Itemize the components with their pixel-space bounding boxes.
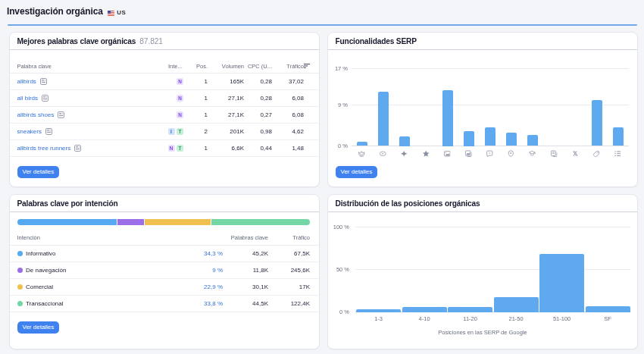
- col-header-keyword[interactable]: Palabra clave: [17, 63, 161, 70]
- keywords-details-button[interactable]: Ver detalles: [17, 166, 60, 178]
- col-header-volume[interactable]: Volumen: [208, 63, 244, 70]
- intent-segment[interactable]: [145, 219, 211, 225]
- position-cell: 1: [183, 145, 208, 152]
- serp-preview-icon[interactable]: [40, 78, 47, 85]
- position-range-bar[interactable]: [586, 306, 630, 312]
- x-twitter-svg: [571, 150, 579, 158]
- keyword-link[interactable]: allbirds: [17, 78, 36, 85]
- keyword-cell: all birds: [17, 95, 161, 102]
- x-twitter-icon[interactable]: [571, 150, 580, 158]
- copy-docs-icon[interactable]: [550, 150, 558, 158]
- keywords-table-head: Palabra clave Inte... Pos. Volumen CPC (…: [10, 59, 319, 74]
- serp-preview-svg: [40, 78, 47, 85]
- serp-feature-bar[interactable]: [399, 136, 410, 146]
- crown-icon[interactable]: [358, 150, 367, 158]
- intent-label: Comercial: [17, 284, 182, 290]
- col-header-intent-name[interactable]: Intención: [17, 234, 182, 241]
- intent-segment[interactable]: [117, 219, 144, 225]
- cpc-cell: 0,28: [244, 95, 272, 102]
- serp-feature-bar[interactable]: [485, 127, 496, 146]
- serp-feature-bar[interactable]: [378, 92, 389, 146]
- col-header-intent-keywords[interactable]: Palabras clave: [223, 234, 268, 241]
- intent-traffic-cell: 122,4K: [268, 300, 310, 307]
- tag-icon[interactable]: [592, 150, 601, 158]
- position-cell: 1: [183, 78, 208, 85]
- keyword-cell: allbirds shoes: [17, 111, 161, 118]
- serp-preview-icon[interactable]: [45, 128, 52, 135]
- intents-table-head: Intención Palabras clave Tráfico: [10, 231, 319, 246]
- comment-icon[interactable]: [486, 150, 495, 158]
- y-axis-label: 0 %: [328, 309, 349, 315]
- serp-features-chart: 17 %9 %0 %: [328, 33, 637, 186]
- header-accent-line: [8, 24, 637, 26]
- intent-badge-N: N: [177, 78, 183, 85]
- keyword-row: all birdsN127,1K0,286,08: [10, 90, 319, 107]
- panel-top-keywords: Mejores palabras clave orgánicas 87.821 …: [9, 32, 320, 187]
- keyword-link[interactable]: allbirds shoes: [17, 111, 55, 118]
- link-icon[interactable]: [380, 150, 388, 158]
- position-range-bar[interactable]: [539, 254, 584, 312]
- serp-feature-bar[interactable]: [357, 142, 367, 146]
- position-range-bar[interactable]: [494, 297, 539, 312]
- serp-feature-bar[interactable]: [506, 133, 517, 146]
- sparkle-icon[interactable]: [401, 150, 409, 158]
- intent-percent-link[interactable]: 34,3 %: [181, 250, 223, 257]
- serp-preview-icon[interactable]: [74, 145, 81, 152]
- intent-label: Transaccional: [17, 300, 182, 307]
- keyword-link[interactable]: sneakers: [17, 128, 42, 135]
- keyword-row: allbirds tree runnersNT16,6K0,441,48: [10, 140, 319, 157]
- keywords-total-count: 87.821: [139, 37, 163, 45]
- keyword-link[interactable]: allbirds tree runners: [17, 145, 71, 152]
- graduation-cap-icon[interactable]: [529, 150, 537, 158]
- serp-feature-bar[interactable]: [464, 131, 474, 146]
- y-axis-label: 0 %: [328, 142, 348, 149]
- intent-segment[interactable]: [211, 219, 310, 225]
- location-pin-icon[interactable]: [508, 150, 516, 158]
- serp-details-button[interactable]: Ver detalles: [336, 166, 378, 178]
- x-axis-label: 4-10: [419, 315, 430, 322]
- intent-segment[interactable]: [17, 219, 117, 225]
- col-header-intent[interactable]: Inte...: [161, 63, 183, 70]
- serp-preview-svg: [74, 145, 81, 152]
- intent-percent-link[interactable]: 9 %: [181, 267, 223, 274]
- intent-percent-link[interactable]: 33,8 %: [181, 300, 223, 307]
- image-pack-icon[interactable]: [464, 150, 473, 158]
- cpc-cell: 0,44: [244, 145, 272, 152]
- position-range-bar[interactable]: [356, 309, 401, 312]
- intent-percent-link[interactable]: 22,9 %: [181, 284, 223, 290]
- serp-feature-bar[interactable]: [442, 90, 453, 146]
- location-pin-svg: [508, 150, 515, 158]
- position-range-bar[interactable]: [448, 307, 492, 312]
- image-icon[interactable]: [443, 150, 452, 158]
- graduation-cap-svg: [529, 150, 536, 158]
- positions-chart: 100 %50 %0 %1-34-1011-2021-5051-100SFPos…: [328, 195, 637, 349]
- link-svg: [380, 150, 387, 158]
- col-header-traffic[interactable]: Tráfico: [272, 63, 304, 70]
- x-axis-label: SF: [604, 315, 611, 322]
- col-header-pos[interactable]: Pos.: [183, 63, 208, 70]
- list-icon[interactable]: [614, 150, 622, 158]
- serp-feature-bar[interactable]: [613, 127, 624, 146]
- col-header-intent-traffic[interactable]: Tráfico: [268, 234, 310, 241]
- keyword-row: allbirdsN1165K0,2837,02: [10, 74, 319, 90]
- serp-preview-icon[interactable]: [42, 95, 48, 102]
- intent-traffic-cell: 17K: [268, 284, 310, 290]
- volume-cell: 27,1K: [208, 111, 244, 118]
- position-range-bar[interactable]: [402, 307, 447, 312]
- intents-details-button[interactable]: Ver detalles: [17, 321, 60, 334]
- dashboard-grid: Mejores palabras clave orgánicas 87.821 …: [9, 32, 638, 349]
- serp-preview-icon[interactable]: [58, 111, 64, 118]
- serp-preview-svg: [42, 95, 48, 102]
- intent-badges: N: [161, 95, 183, 102]
- serp-feature-bar[interactable]: [527, 135, 538, 146]
- country-code: US: [117, 9, 126, 16]
- star-icon[interactable]: [422, 150, 430, 158]
- serp-feature-bar[interactable]: [592, 100, 602, 146]
- panel-positions: Distribución de las posiciones orgánicas…: [327, 194, 638, 349]
- col-header-cpc[interactable]: CPC (U...: [244, 63, 272, 70]
- sort-desc-icon[interactable]: [304, 63, 310, 69]
- keyword-cell: allbirds: [17, 78, 161, 85]
- volume-cell: 27,1K: [208, 95, 244, 102]
- keyword-link[interactable]: all birds: [17, 95, 39, 102]
- intent-badge-T: T: [177, 145, 183, 152]
